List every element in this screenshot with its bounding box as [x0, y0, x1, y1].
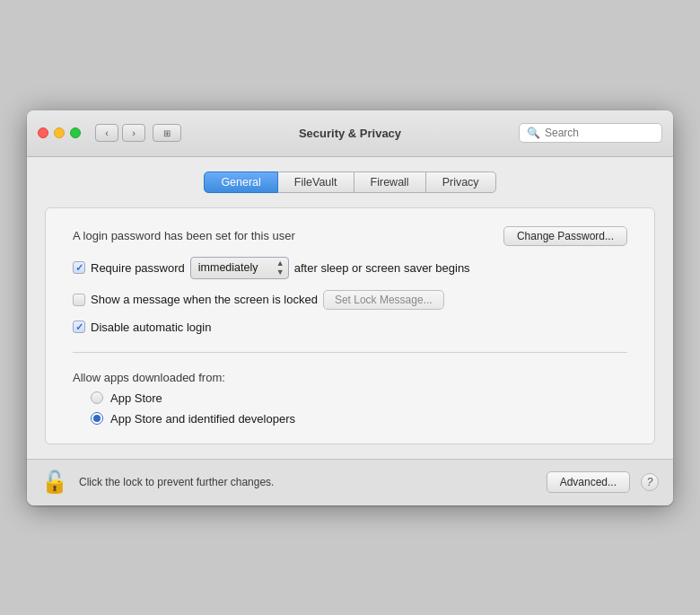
app-store-option: App Store — [91, 391, 627, 405]
content-area: General FileVault Firewall Privacy A log… — [27, 157, 673, 459]
change-password-button[interactable]: Change Password... — [503, 226, 627, 246]
minimize-button[interactable] — [54, 127, 65, 138]
require-password-prefix: Require password — [91, 261, 185, 275]
help-button[interactable]: ? — [641, 473, 659, 491]
main-window: ‹ › ⊞ Security & Privacy 🔍 General FileV… — [27, 110, 673, 505]
disable-autologin-row: Disable automatic login — [73, 321, 627, 334]
tab-privacy[interactable]: Privacy — [426, 171, 496, 193]
search-box[interactable]: 🔍 — [519, 123, 662, 143]
dropdown-arrows: ▲ ▼ — [276, 259, 284, 277]
bottom-bar: 🔓 Click the lock to prevent further chan… — [27, 459, 673, 505]
disable-autologin-checkbox[interactable] — [73, 321, 85, 333]
tab-general[interactable]: General — [204, 171, 277, 193]
search-icon: 🔍 — [527, 127, 540, 139]
app-store-identified-option: App Store and identified developers — [91, 412, 627, 426]
titlebar: ‹ › ⊞ Security & Privacy 🔍 — [27, 110, 673, 157]
search-input[interactable] — [545, 127, 654, 139]
dropdown-value: immediately — [198, 261, 273, 274]
password-row: A login password has been set for this u… — [73, 226, 627, 246]
close-button[interactable] — [38, 127, 48, 138]
grid-button[interactable]: ⊞ — [153, 124, 181, 142]
app-store-radio[interactable] — [91, 391, 103, 404]
require-password-checkbox[interactable] — [73, 261, 85, 274]
show-message-checkbox[interactable] — [73, 294, 85, 306]
traffic-lights — [38, 127, 81, 138]
set-lock-message-button[interactable]: Set Lock Message... — [323, 290, 444, 310]
disable-autologin-label: Disable automatic login — [91, 321, 211, 334]
show-message-label: Show a message when the screen is locked — [91, 293, 318, 306]
tab-firewall[interactable]: Firewall — [354, 171, 426, 193]
tab-bar: General FileVault Firewall Privacy — [45, 171, 655, 193]
app-store-identified-label: App Store and identified developers — [110, 412, 295, 426]
back-button[interactable]: ‹ — [95, 124, 118, 142]
general-panel: A login password has been set for this u… — [45, 207, 655, 444]
advanced-button[interactable]: Advanced... — [547, 471, 630, 493]
nav-buttons: ‹ › — [95, 124, 145, 142]
require-password-row: Require password immediately ▲ ▼ after s… — [73, 257, 627, 279]
forward-button[interactable]: › — [122, 124, 145, 142]
lock-icon: 🔓 — [41, 471, 68, 493]
maximize-button[interactable] — [70, 127, 81, 138]
app-store-identified-radio[interactable] — [91, 412, 103, 425]
tab-filevault[interactable]: FileVault — [278, 171, 354, 193]
allow-apps-section: Allow apps downloaded from: App Store Ap… — [73, 371, 627, 426]
allow-apps-heading: Allow apps downloaded from: — [73, 371, 627, 384]
require-password-suffix: after sleep or screen saver begins — [294, 261, 470, 275]
divider — [73, 352, 627, 353]
password-timing-dropdown[interactable]: immediately ▲ ▼ — [190, 257, 289, 279]
password-label: A login password has been set for this u… — [73, 229, 494, 242]
app-store-label: App Store — [110, 391, 162, 405]
show-message-row: Show a message when the screen is locked… — [73, 290, 627, 310]
lock-text: Click the lock to prevent further change… — [79, 476, 536, 488]
window-title: Security & Privacy — [299, 127, 401, 140]
